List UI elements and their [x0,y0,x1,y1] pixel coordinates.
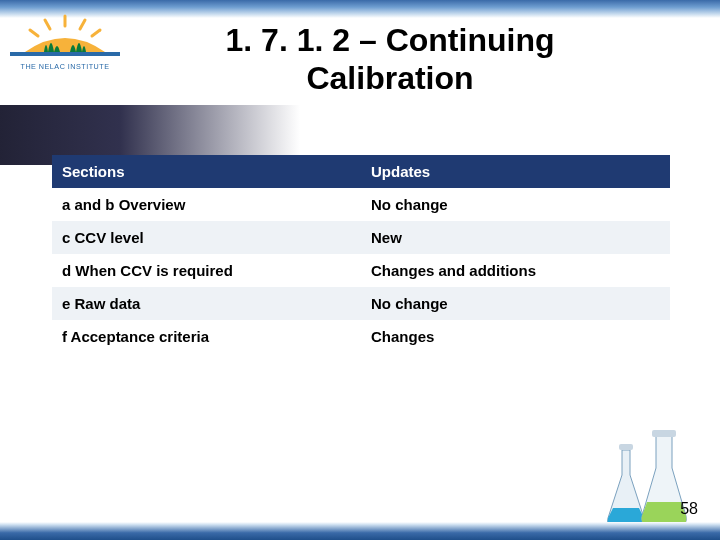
table-row: f Acceptance criteria Changes [52,320,670,353]
page-title: 1. 7. 1. 2 – Continuing Calibration [140,22,640,98]
table-header-row: Sections Updates [52,155,670,188]
table-row: a and b Overview No change [52,188,670,221]
updates-table: Sections Updates a and b Overview No cha… [52,155,670,353]
cell-update: Changes and additions [361,254,670,287]
svg-rect-6 [619,444,633,450]
table-row: c CCV level New [52,221,670,254]
page-number: 58 [680,500,698,518]
logo-caption: THE NELAC INSTITUTE [21,62,110,71]
svg-line-2 [45,20,50,29]
cell-section: c CCV level [52,221,361,254]
svg-line-4 [30,30,38,36]
cell-update: New [361,221,670,254]
cell-update: Changes [361,320,670,353]
slide: THE NELAC INSTITUTE 1. 7. 1. 2 – Continu… [0,0,720,540]
cell-update: No change [361,287,670,320]
flasks-decoration [600,430,690,530]
header-updates: Updates [361,155,670,188]
svg-line-3 [80,20,85,29]
footer-gradient-bar [0,522,720,540]
cell-update: No change [361,188,670,221]
title-line-1: 1. 7. 1. 2 – Continuing [226,22,555,58]
svg-line-5 [92,30,100,36]
sun-logo-icon: THE NELAC INSTITUTE [10,14,120,84]
cell-section: a and b Overview [52,188,361,221]
nelac-logo: THE NELAC INSTITUTE [10,14,120,84]
svg-rect-7 [652,430,676,437]
cell-section: e Raw data [52,287,361,320]
flasks-icon [600,430,690,530]
title-line-2: Calibration [306,60,473,96]
cell-section: d When CCV is required [52,254,361,287]
header-sections: Sections [52,155,361,188]
cell-section: f Acceptance criteria [52,320,361,353]
svg-rect-0 [10,52,120,56]
table-row: d When CCV is required Changes and addit… [52,254,670,287]
table-row: e Raw data No change [52,287,670,320]
